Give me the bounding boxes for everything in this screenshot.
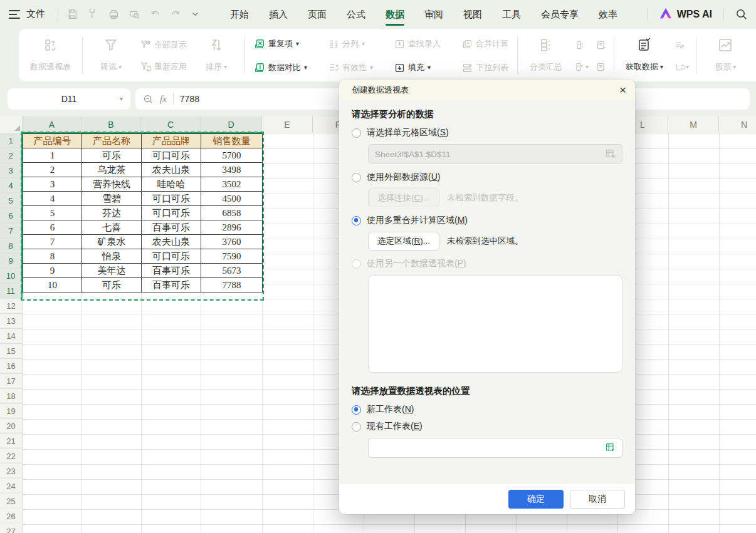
select-all-corner[interactable] <box>0 116 23 133</box>
tab-工具[interactable]: 工具 <box>493 0 530 28</box>
table-cell[interactable]: 矿泉水 <box>82 235 142 249</box>
table-cell[interactable]: 百事可乐 <box>142 264 201 278</box>
table-cell[interactable]: 3498 <box>201 163 263 177</box>
table-cell[interactable]: 农夫山泉 <box>142 235 201 249</box>
pivot-list-box[interactable] <box>368 275 622 373</box>
table-header-cell[interactable]: 销售数量 <box>201 134 263 148</box>
range-picker-green-icon[interactable] <box>606 443 616 453</box>
table-cell[interactable]: 3760 <box>201 235 263 249</box>
table-cell[interactable]: 5 <box>23 206 82 220</box>
tab-会员专享[interactable]: 会员专享 <box>532 0 588 28</box>
row-header-18[interactable]: 18 <box>0 389 23 404</box>
existing-location-input[interactable] <box>368 438 622 458</box>
table-cell[interactable]: 2896 <box>201 220 263 235</box>
row-header-19[interactable]: 19 <box>0 404 23 419</box>
table-cell[interactable]: 3502 <box>201 177 263 192</box>
save-icon[interactable] <box>67 9 78 19</box>
radio-new-worksheet[interactable]: 新工作表(N) <box>352 404 622 415</box>
row-header-21[interactable]: 21 <box>0 434 23 449</box>
fill-button[interactable]: 填充▾ <box>392 61 443 75</box>
select-range-button[interactable]: 选定区域(R)... <box>368 232 439 251</box>
radio-cell-range[interactable]: 请选择单元格区域(S) <box>352 127 622 138</box>
table-cell[interactable]: 可口可乐 <box>142 249 201 264</box>
row-header-5[interactable]: 5 <box>0 194 23 209</box>
column-header-N[interactable]: N <box>719 116 756 133</box>
column-header-E[interactable]: E <box>262 116 313 133</box>
row-header-12[interactable]: 12 <box>0 299 23 314</box>
table-cell[interactable]: 4 <box>23 192 82 206</box>
tab-审阅[interactable]: 审阅 <box>415 0 453 28</box>
row-header-9[interactable]: 9 <box>0 254 23 269</box>
table-cell[interactable]: 6 <box>23 220 82 235</box>
tab-公式[interactable]: 公式 <box>337 0 375 28</box>
table-cell[interactable]: 七喜 <box>82 220 142 235</box>
table-cell[interactable]: 7788 <box>201 278 263 292</box>
table-cell[interactable]: 农夫山泉 <box>142 163 201 177</box>
table-cell[interactable]: 可口可乐 <box>142 148 201 163</box>
table-cell[interactable]: 怡泉 <box>82 249 142 264</box>
row-header-4[interactable]: 4 <box>0 179 23 194</box>
row-header-24[interactable]: 24 <box>0 479 23 494</box>
row-header-3[interactable]: 3 <box>0 163 23 179</box>
row-header-8[interactable]: 8 <box>0 239 23 254</box>
row-header-27[interactable]: 27 <box>0 524 23 533</box>
table-cell[interactable]: 8 <box>23 249 82 264</box>
column-header-M[interactable]: M <box>668 116 719 133</box>
table-cell[interactable]: 芬达 <box>82 206 142 220</box>
column-header-B[interactable]: B <box>81 116 141 133</box>
table-cell[interactable]: 可乐 <box>82 148 142 163</box>
print-icon[interactable] <box>108 9 119 19</box>
table-cell[interactable]: 可口可乐 <box>142 206 201 220</box>
table-header-cell[interactable]: 产品编号 <box>23 134 82 148</box>
row-header-11[interactable]: 11 <box>0 284 23 299</box>
table-cell[interactable]: 4500 <box>201 192 263 206</box>
table-cell[interactable]: 营养快线 <box>82 177 142 192</box>
table-cell[interactable]: 3 <box>23 177 82 192</box>
table-cell[interactable]: 可口可乐 <box>142 192 201 206</box>
row-header-14[interactable]: 14 <box>0 329 23 344</box>
tab-效率[interactable]: 效率 <box>589 0 627 28</box>
table-cell[interactable]: 百事可乐 <box>142 278 201 292</box>
row-header-17[interactable]: 17 <box>0 374 23 389</box>
tab-插入[interactable]: 插入 <box>260 0 297 28</box>
row-header-23[interactable]: 23 <box>0 464 23 479</box>
table-cell[interactable]: 1 <box>23 148 82 163</box>
table-cell[interactable]: 5673 <box>201 264 263 278</box>
row-header-20[interactable]: 20 <box>0 419 23 434</box>
radio-existing-worksheet[interactable]: 现有工作表(E) <box>352 421 622 432</box>
table-header-cell[interactable]: 产品品牌 <box>142 134 201 148</box>
table-cell[interactable]: 9 <box>23 264 82 278</box>
duplicates-button[interactable]: 重复项▾ <box>251 37 310 51</box>
file-menu-button[interactable]: 文件 <box>26 8 45 20</box>
table-cell[interactable]: 美年达 <box>82 264 142 278</box>
print-preview-icon[interactable] <box>129 9 140 19</box>
column-header-D[interactable]: D <box>201 116 262 133</box>
table-cell[interactable]: 2 <box>23 163 82 177</box>
tab-页面[interactable]: 页面 <box>298 0 336 28</box>
search-minus-icon[interactable] <box>143 94 154 105</box>
fx-icon[interactable]: fx <box>160 94 167 105</box>
column-header-C[interactable]: C <box>141 116 201 133</box>
table-cell[interactable]: 可乐 <box>82 278 142 292</box>
row-header-16[interactable]: 16 <box>0 359 23 374</box>
table-cell[interactable]: 5700 <box>201 148 263 163</box>
radio-external-source[interactable]: 使用外部数据源(U) <box>352 172 622 183</box>
tab-数据[interactable]: 数据 <box>376 0 414 28</box>
row-header-15[interactable]: 15 <box>0 344 23 359</box>
get-data-button[interactable]: 获取数据▾ <box>621 34 668 78</box>
wps-ai-button[interactable]: WPS AI <box>659 7 712 22</box>
row-header-10[interactable]: 10 <box>0 269 23 284</box>
row-header-26[interactable]: 26 <box>0 509 23 524</box>
more-chevron-icon[interactable] <box>191 10 199 18</box>
table-cell[interactable]: 7590 <box>201 249 263 264</box>
name-box[interactable]: D11 ▾ <box>8 88 130 110</box>
export-pdf-icon[interactable] <box>88 9 98 19</box>
column-header-A[interactable]: A <box>23 116 81 133</box>
tab-开始[interactable]: 开始 <box>221 0 258 28</box>
undo-icon[interactable] <box>150 9 160 19</box>
main-menu-icon[interactable] <box>9 10 20 19</box>
table-header-cell[interactable]: 产品名称 <box>82 134 142 148</box>
row-header-1[interactable]: 1 <box>0 133 23 148</box>
row-header-2[interactable]: 2 <box>0 148 23 163</box>
row-header-6[interactable]: 6 <box>0 209 23 224</box>
